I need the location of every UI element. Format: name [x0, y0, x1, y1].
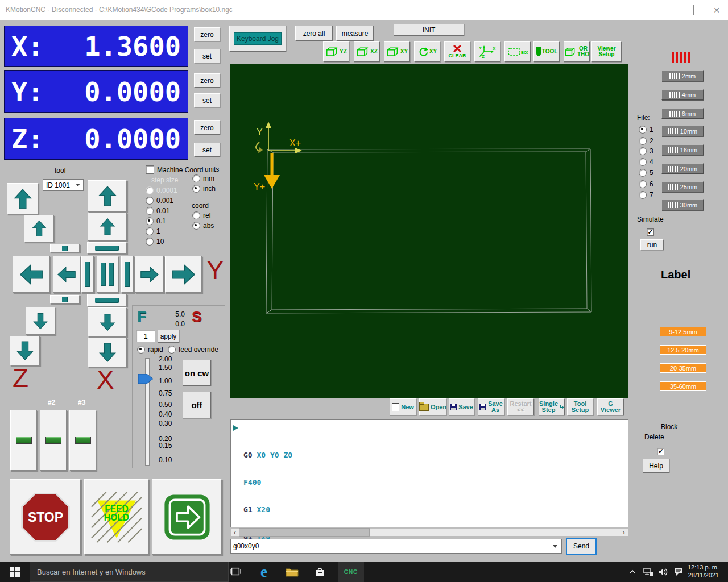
step-size-10-option[interactable]: 10 [146, 238, 164, 246]
step-size-0p1-option[interactable]: 0.1 [146, 217, 166, 225]
scroll-left-button[interactable]: ‹ [231, 529, 239, 536]
radio-icon[interactable] [192, 174, 200, 182]
step-size-01-option[interactable]: 0.01 [146, 207, 169, 215]
feed-override-option[interactable]: feed override [168, 346, 218, 354]
set-y-button[interactable]: set [194, 93, 220, 107]
ortho-view-button[interactable]: ORTHO [564, 41, 590, 62]
zero-x-button[interactable]: zero [194, 27, 220, 41]
jog-z-down-button[interactable] [26, 307, 55, 335]
rapid-option[interactable]: rapid [137, 346, 163, 354]
tool-20mm-button[interactable]: 20mm [661, 163, 704, 174]
step-size-1-option[interactable]: 1 [146, 227, 160, 235]
rotate-xy-button[interactable]: XY [414, 41, 440, 62]
view-yz-button[interactable]: YZ [323, 41, 349, 62]
set-z-button[interactable]: set [194, 143, 220, 157]
box-view-button[interactable]: BOX [504, 41, 531, 62]
radio-icon[interactable] [146, 207, 154, 215]
override-value-input[interactable] [136, 330, 155, 342]
range-12-20-button[interactable]: 12.5-20mm [660, 345, 706, 355]
viewer-setup-button[interactable]: ViewerSetup [592, 41, 622, 62]
gcode-hscrollbar[interactable]: ‹ › [230, 528, 628, 537]
scroll-right-button[interactable]: › [620, 529, 628, 536]
range-35-60-button[interactable]: 35-60mm [660, 381, 706, 391]
radio-icon[interactable] [146, 227, 154, 235]
cycle-start-button[interactable] [152, 479, 222, 555]
send-button[interactable]: Send [566, 538, 597, 555]
measure-button[interactable]: measure [336, 26, 374, 41]
block-delete-checkbox[interactable]: ✓ [657, 448, 664, 455]
radio-icon[interactable] [137, 346, 145, 354]
jog-stop-right-button[interactable] [121, 256, 134, 293]
radio-icon[interactable] [639, 147, 647, 155]
apply-button[interactable]: apply [158, 330, 179, 343]
start-button[interactable] [5, 562, 25, 582]
store-button[interactable] [309, 562, 330, 582]
file-explorer-button[interactable] [282, 562, 302, 582]
tool-30mm-button[interactable]: 30mm [661, 199, 704, 210]
spindle-off-button[interactable]: off [183, 392, 211, 418]
tool-view-button[interactable]: TOOL [533, 41, 560, 62]
file-7-option[interactable]: 7 [639, 191, 653, 199]
new-button[interactable]: New [390, 398, 416, 415]
kmotioncnc-taskbar-button[interactable]: CNC [338, 562, 364, 582]
jog-y-down-button[interactable] [88, 307, 127, 336]
range-20-35-button[interactable]: 20-35mm [660, 363, 706, 373]
file-6-option[interactable]: 6 [639, 180, 653, 188]
jog-y-down-fast-button[interactable] [88, 338, 127, 367]
jog-y-up-fast-button[interactable] [88, 180, 127, 212]
tool-10mm-button[interactable]: 10mm [661, 126, 704, 136]
units-mm-option[interactable]: mm [192, 174, 214, 182]
step-size-0001-option[interactable]: 0.0001 [146, 186, 177, 194]
taskbar-clock[interactable]: 12:13 p. m. 28/11/2021 [688, 563, 719, 579]
file-5-option[interactable]: 5 [639, 169, 653, 177]
stop-button[interactable]: STOP [10, 479, 81, 555]
radio-icon[interactable] [192, 211, 200, 219]
tray-expand-button[interactable] [626, 562, 639, 582]
jog-pause-button[interactable] [97, 256, 118, 293]
jog-x-left-fast-button[interactable] [13, 256, 50, 293]
restore-button[interactable] [693, 5, 694, 15]
radio-icon[interactable] [146, 217, 154, 225]
simulate-checkbox[interactable]: ✓ [647, 228, 654, 236]
jog-step-down-small-button[interactable] [50, 295, 80, 304]
jog-x-right-button[interactable] [135, 256, 164, 293]
jog-step-up-small-button[interactable] [50, 244, 80, 252]
machine-coord-option[interactable]: Machine Coord [146, 165, 203, 174]
mdi-command-input[interactable] [231, 542, 553, 550]
view-xz-button[interactable]: XZ [354, 41, 380, 62]
network-tray-button[interactable] [640, 562, 655, 582]
init-button[interactable]: INIT [394, 24, 464, 36]
save-as-button[interactable]: SaveAs [478, 398, 504, 415]
file-2-option[interactable]: 2 [639, 137, 653, 145]
aux1-button[interactable] [10, 410, 37, 471]
range-9-12-button[interactable]: 9-12.5mm [660, 327, 706, 336]
tool-6mm-button[interactable]: 6mm [661, 108, 704, 119]
single-step-button[interactable]: SingleStep [539, 398, 565, 415]
radio-icon[interactable] [168, 346, 176, 354]
jog-y-up-button[interactable] [88, 213, 127, 241]
jog-x-right-fast-button[interactable] [165, 256, 202, 293]
volume-tray-button[interactable] [655, 562, 671, 582]
save-button[interactable]: Save [449, 398, 474, 415]
tool-2mm-button[interactable]: 2mm [661, 70, 704, 81]
jog-z-up-fast-button[interactable] [7, 183, 38, 214]
spindle-on-cw-button[interactable]: on cw [183, 360, 211, 386]
tool-16mm-button[interactable]: 16mm [661, 144, 704, 155]
notification-tray-button[interactable] [671, 562, 686, 582]
gcode-editor[interactable]: G0 X0 Y0 Z0 F400 G1 X20 G1 Y20 G1 X0 G1 … [230, 419, 628, 527]
file-3-option[interactable]: 3 [639, 147, 653, 155]
jog-stop-left-button[interactable] [81, 256, 94, 293]
feed-hold-button[interactable]: FEED HOLD [84, 479, 149, 555]
clear-button[interactable]: CLEAR [444, 41, 470, 62]
radio-icon[interactable] [639, 137, 647, 145]
help-button[interactable]: Help [643, 459, 669, 473]
tool-4mm-button[interactable]: 4mm [661, 89, 704, 100]
task-view-button[interactable] [225, 562, 246, 582]
radio-icon[interactable] [639, 169, 647, 177]
radio-icon[interactable] [146, 197, 154, 205]
override-slider-thumb[interactable] [138, 374, 153, 384]
title-bar[interactable]: KMotionCNC - Disconnected - C:\KMotion43… [0, 0, 728, 20]
jog-step-down-button[interactable] [87, 294, 127, 306]
view-xy-button[interactable]: XY [384, 41, 410, 62]
edge-browser-button[interactable]: e [254, 562, 274, 582]
